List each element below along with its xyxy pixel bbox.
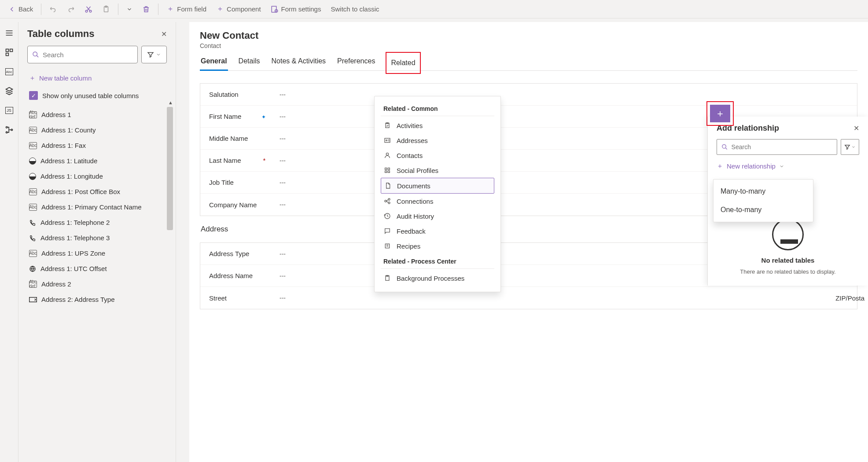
- component-button[interactable]: ＋ Component: [212, 3, 265, 16]
- dropdown-button[interactable]: [122, 4, 137, 15]
- form-field-label: Form field: [177, 5, 206, 13]
- plus-icon: ＋: [166, 5, 174, 13]
- switch-classic-button[interactable]: Switch to classic: [326, 3, 383, 15]
- switch-classic-label: Switch to classic: [331, 5, 379, 13]
- svg-rect-4: [272, 6, 276, 12]
- top-toolbar: Back ＋ Form field ＋ Component Form setti…: [0, 0, 868, 18]
- arrow-left-icon: [8, 5, 16, 13]
- form-settings-button[interactable]: Form settings: [266, 3, 326, 16]
- back-label: Back: [18, 5, 33, 13]
- paste-button[interactable]: [98, 3, 114, 16]
- undo-button[interactable]: [45, 3, 62, 16]
- toolbar-divider-2: [118, 4, 118, 15]
- form-field-button[interactable]: ＋ Form field: [162, 3, 211, 16]
- plus-icon: ＋: [216, 5, 224, 13]
- form-settings-label: Form settings: [281, 5, 321, 13]
- back-button[interactable]: Back: [4, 3, 37, 16]
- form-settings-icon: [271, 5, 279, 13]
- delete-button[interactable]: [138, 3, 154, 16]
- toolbar-divider: [41, 4, 41, 15]
- cut-button[interactable]: [80, 3, 97, 16]
- redo-button[interactable]: [63, 3, 79, 16]
- component-label: Component: [227, 5, 261, 13]
- toolbar-divider-3: [158, 4, 158, 15]
